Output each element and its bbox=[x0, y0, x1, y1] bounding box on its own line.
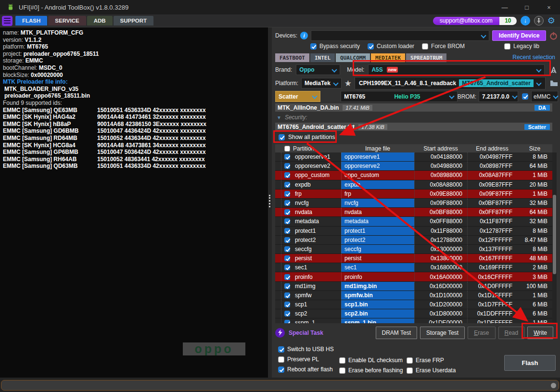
partition-row[interactable]: spmfwspmfw.bin0x1D1000000x1D1FFFFF1 MiB bbox=[275, 291, 552, 300]
tab-service[interactable]: SERVICE bbox=[48, 16, 86, 25]
platform-select[interactable]: MediaTek bbox=[301, 78, 342, 89]
checkbox[interactable] bbox=[284, 172, 290, 178]
security-section[interactable]: ▼ Security: bbox=[277, 114, 307, 121]
checkbox[interactable] bbox=[284, 163, 290, 169]
image-file[interactable]: metadata bbox=[341, 217, 414, 226]
image-file[interactable]: nvdata bbox=[341, 208, 414, 216]
dram-test-button[interactable]: DRAM Test bbox=[376, 327, 417, 339]
checkbox[interactable] bbox=[368, 43, 374, 50]
checkbox[interactable] bbox=[278, 346, 284, 353]
read-button[interactable]: Read bbox=[498, 327, 525, 339]
erase-button[interactable]: Erase bbox=[468, 327, 495, 339]
collapse-triangle-icon[interactable]: ▼ bbox=[277, 115, 281, 120]
checkbox[interactable] bbox=[310, 43, 317, 50]
tab-adb[interactable]: ADB bbox=[87, 16, 113, 25]
platform-tab-mediatek[interactable]: MEDIATEK bbox=[371, 53, 405, 62]
special-task-label[interactable]: Special Task bbox=[289, 329, 323, 336]
partition-row[interactable]: scp1scp1.bin0x1D2000000x1D7FFFFF6 MiB bbox=[275, 300, 552, 309]
image-file[interactable]: protect1 bbox=[341, 227, 414, 235]
image-file[interactable]: frp bbox=[341, 190, 414, 198]
checkbox-option[interactable]: Erase FRP bbox=[407, 357, 456, 364]
chipset-select[interactable]: MT6765 Helio P35 bbox=[341, 91, 457, 102]
checkbox[interactable] bbox=[284, 320, 290, 323]
image-file[interactable]: proinfo bbox=[341, 272, 414, 281]
image-file[interactable]: spmfw.bin bbox=[341, 291, 414, 300]
image-file[interactable]: oppo_custom bbox=[341, 171, 414, 179]
checkbox-option[interactable]: Erase before flashing bbox=[339, 367, 403, 374]
model-select[interactable]: A5Snew bbox=[368, 64, 545, 75]
platform-tab-intel[interactable]: INTEL bbox=[310, 53, 335, 62]
pdf-icon[interactable] bbox=[548, 66, 558, 74]
scatter-file-bar[interactable]: MT6765_Android_scatter.txt 17.38 KiB Sca… bbox=[275, 123, 552, 131]
show-all-partitions-option[interactable]: Show all partitions bbox=[279, 134, 335, 140]
checkbox[interactable] bbox=[284, 311, 290, 316]
checkbox-option[interactable]: Reboot after flash bbox=[278, 366, 334, 373]
storage-type-select[interactable]: eMMC bbox=[531, 91, 558, 102]
checkbox[interactable] bbox=[284, 265, 290, 270]
partition-row[interactable]: md1imgmd1img.bin0x16D000000x1D0FFFFF100 … bbox=[275, 282, 552, 291]
checkbox[interactable] bbox=[284, 255, 290, 261]
legacy-lib-option[interactable]: Legacy lib bbox=[504, 43, 539, 50]
column-partition[interactable]: Partition bbox=[293, 145, 341, 152]
checkbox[interactable] bbox=[284, 228, 290, 234]
checkbox-option[interactable]: Bypass security bbox=[310, 43, 360, 50]
image-file[interactable]: sec1 bbox=[341, 263, 414, 272]
tab-support[interactable]: SUPPORT bbox=[114, 16, 154, 25]
image-file[interactable]: md1img.bin bbox=[341, 282, 414, 291]
select-all-checkbox[interactable] bbox=[284, 146, 290, 152]
checkbox-option[interactable]: Force BROM bbox=[422, 43, 465, 50]
minimize-button[interactable]: — bbox=[494, 0, 516, 14]
image-file[interactable]: protect2 bbox=[341, 236, 414, 244]
usb-icon[interactable] bbox=[534, 16, 544, 25]
partition-row[interactable]: opporeserve1opporeserve10x041880000x0498… bbox=[275, 152, 552, 162]
platform-tab-qualcomm[interactable]: QUALCOMM bbox=[336, 53, 370, 62]
partition-row[interactable]: nvcfgnvcfg0x09F880000x0BF87FFF32 MiB bbox=[275, 199, 552, 208]
checkbox[interactable] bbox=[284, 246, 290, 252]
checkbox[interactable] bbox=[284, 274, 290, 280]
image-file[interactable]: scp1.bin bbox=[341, 300, 414, 309]
panel-splitter[interactable] bbox=[268, 27, 272, 378]
storage-checkbox[interactable] bbox=[522, 93, 528, 100]
image-file[interactable]: sspm_1.bin bbox=[341, 318, 414, 323]
checkbox-option[interactable]: Preserve PL bbox=[278, 356, 334, 363]
checkbox[interactable] bbox=[407, 367, 413, 374]
partition-row[interactable]: protect2protect20x127880000x12FFFFFF8.47… bbox=[275, 236, 552, 245]
partition-row[interactable]: sec1sec10x168000000x169FFFFF2 MiB bbox=[275, 263, 552, 272]
brand-select[interactable]: Oppo bbox=[296, 64, 340, 75]
resize-grip[interactable] bbox=[551, 383, 556, 388]
brom-version-select[interactable]: 7.2137.0.0 bbox=[479, 91, 518, 102]
partition-row[interactable]: seccfgseccfg0x130000000x137FFFFF8 MiB bbox=[275, 245, 552, 254]
download-icon[interactable]: ↓ bbox=[521, 16, 530, 25]
column-image-file[interactable]: Image file bbox=[341, 145, 414, 152]
checkbox[interactable] bbox=[339, 357, 345, 364]
checkbox[interactable] bbox=[279, 134, 285, 140]
menu-icon[interactable] bbox=[2, 16, 13, 26]
star-icon[interactable]: ★ bbox=[344, 78, 352, 89]
identify-device-button[interactable]: Identify Device bbox=[492, 30, 546, 41]
platform-tab-fastboot[interactable]: FASTBOOT bbox=[275, 53, 309, 62]
gear-icon[interactable]: ⚙ bbox=[547, 16, 555, 25]
devices-select[interactable] bbox=[311, 30, 489, 41]
checkbox[interactable] bbox=[407, 357, 413, 364]
checkbox[interactable] bbox=[284, 292, 290, 298]
power-icon[interactable] bbox=[549, 31, 558, 40]
partition-row[interactable]: nvdatanvdata0x0BF880000x0FF87FFF64 MiB bbox=[275, 208, 552, 217]
checkbox[interactable] bbox=[284, 283, 290, 289]
partition-row[interactable]: persistpersist0x138000000x167FFFFF48 MiB bbox=[275, 254, 552, 263]
partition-row[interactable]: expdbexpdb0x08A880000x09E87FFF20 MiB bbox=[275, 180, 552, 190]
image-file[interactable]: expdb bbox=[341, 180, 414, 189]
checkbox[interactable] bbox=[339, 367, 345, 374]
checkbox[interactable] bbox=[284, 237, 290, 243]
scrollbar-thumb[interactable] bbox=[553, 195, 556, 274]
recent-selection-link[interactable]: Recent selection bbox=[512, 54, 555, 61]
partition-row[interactable]: protect1protect10x11F880000x12787FFF8 Mi… bbox=[275, 227, 552, 236]
firmware-select[interactable]: CPH1909EX_11_A.46_8.1_readback MT6765_An… bbox=[355, 77, 546, 89]
maximize-button[interactable]: □ bbox=[516, 0, 538, 14]
close-button[interactable]: × bbox=[538, 0, 560, 14]
checkbox[interactable] bbox=[284, 200, 290, 206]
checkbox[interactable] bbox=[284, 302, 290, 307]
storage-test-button[interactable]: Storage Test bbox=[420, 327, 465, 339]
image-file[interactable]: scp2.bin bbox=[341, 309, 414, 318]
checkbox[interactable] bbox=[422, 43, 428, 50]
platform-tab-spreadtrum[interactable]: SPREADTRUM bbox=[406, 53, 446, 62]
